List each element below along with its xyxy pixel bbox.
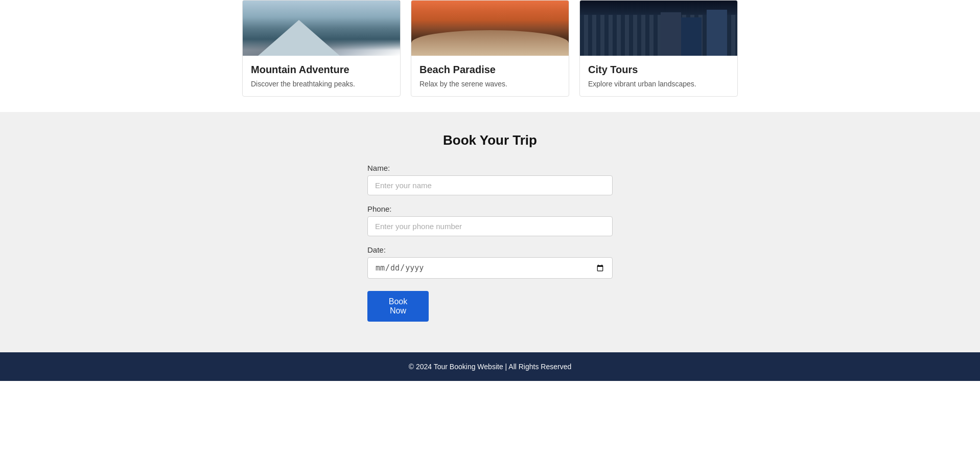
name-input[interactable] [367, 175, 613, 195]
beach-card-title: Beach Paradise [419, 64, 561, 76]
mountain-image [243, 1, 400, 56]
mountain-card-content: Mountain Adventure Discover the breathta… [243, 56, 400, 96]
name-label: Name: [367, 164, 613, 172]
book-now-button[interactable]: Book Now [367, 291, 429, 322]
beach-image [411, 1, 569, 56]
date-form-group: Date: [367, 245, 613, 279]
phone-label: Phone: [367, 205, 613, 213]
booking-form: Name: Phone: Date: Book Now [367, 164, 613, 322]
booking-section: Book Your Trip Name: Phone: Date: Book N… [0, 112, 980, 352]
city-card-desc: Explore vibrant urban landscapes. [588, 80, 729, 88]
name-form-group: Name: [367, 164, 613, 195]
beach-paradise-card: Beach Paradise Relax by the serene waves… [411, 0, 569, 97]
booking-title: Book Your Trip [443, 132, 537, 148]
city-card-content: City Tours Explore vibrant urban landsca… [580, 56, 737, 96]
footer: © 2024 Tour Booking Website | All Rights… [0, 352, 980, 381]
beach-card-content: Beach Paradise Relax by the serene waves… [411, 56, 569, 96]
mountain-adventure-card: Mountain Adventure Discover the breathta… [242, 0, 401, 97]
tour-cards-section: Mountain Adventure Discover the breathta… [0, 0, 980, 112]
footer-text: © 2024 Tour Booking Website | All Rights… [409, 363, 572, 371]
date-label: Date: [367, 245, 613, 254]
phone-form-group: Phone: [367, 205, 613, 236]
date-input[interactable] [367, 257, 613, 279]
beach-card-desc: Relax by the serene waves. [419, 80, 561, 88]
city-image [580, 1, 737, 56]
mountain-card-desc: Discover the breathtaking peaks. [251, 80, 392, 88]
city-tours-card: City Tours Explore vibrant urban landsca… [579, 0, 738, 97]
phone-input[interactable] [367, 216, 613, 236]
city-card-title: City Tours [588, 64, 729, 76]
mountain-card-title: Mountain Adventure [251, 64, 392, 76]
